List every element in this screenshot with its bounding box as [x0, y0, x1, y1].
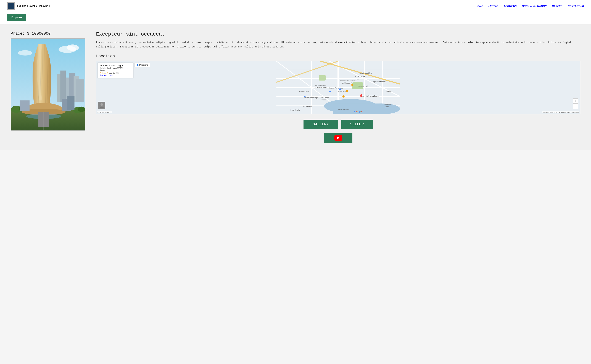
- svg-point-16: [78, 107, 85, 112]
- building-svg: [11, 39, 85, 130]
- svg-rect-5: [60, 71, 66, 102]
- svg-text:Kuramo Waters: Kuramo Waters: [338, 108, 349, 110]
- header: COMPANY NAME HOME LISTING ABOUT US BOOK …: [0, 0, 591, 12]
- map-place-name: Victoria Island, Lagos: [100, 64, 131, 67]
- logo-area: COMPANY NAME: [7, 2, 51, 10]
- svg-text:g: g: [359, 111, 360, 113]
- map-container: Okunola Park Lagos Continental Mega Plaz…: [96, 61, 580, 114]
- svg-rect-28: [20, 100, 30, 111]
- svg-text:Federal Palace: Federal Palace: [315, 84, 326, 86]
- property-image: [11, 38, 85, 131]
- explore-button[interactable]: Explore: [7, 14, 26, 21]
- svg-rect-9: [76, 79, 84, 102]
- seller-button[interactable]: SELLER: [341, 120, 373, 129]
- svg-text:Beach: Beach: [385, 106, 389, 108]
- svg-text:Farmcity Lekki loun: Farmcity Lekki loun: [359, 72, 372, 74]
- svg-text:Harbour Point: Harbour Point: [299, 91, 309, 92]
- svg-text:Iruce Shoalsz: Iruce Shoalsz: [291, 109, 300, 111]
- svg-rect-76: [339, 89, 341, 90]
- svg-point-2: [66, 45, 79, 51]
- map-attribution: Map data ©2024 Google Terms Report a map…: [542, 111, 579, 113]
- map-stars: ★★★★★: [100, 72, 108, 74]
- right-column: Excepteur sint occaecat Lorem ipsum dolo…: [96, 32, 580, 143]
- map-place-address: Victoria Island, Lagos 106104, Lagos, Ni…: [100, 67, 131, 71]
- map-keyboard-shortcuts: Keyboard shortcuts: [97, 111, 112, 113]
- nav: HOME LISTING ABOUT US BOOK A VALUATION C…: [476, 5, 584, 7]
- price-label: Price: $ 10000000: [11, 32, 85, 36]
- svg-text:Inupa Kekere: Inupa Kekere: [303, 106, 312, 107]
- svg-text:Okunola Park: Okunola Park: [358, 85, 368, 87]
- svg-text:e: e: [361, 111, 362, 113]
- svg-point-91: [100, 107, 104, 108]
- gallery-button[interactable]: GALLERY: [304, 120, 338, 129]
- svg-text:MARO: MARO: [386, 91, 391, 92]
- main-content: Price: $ 10000000: [0, 24, 591, 150]
- svg-text:Hotel, Lagos, Vi: Hotel, Lagos, Vi: [341, 82, 352, 84]
- action-buttons: GALLERY SELLER: [96, 120, 580, 129]
- svg-text:l: l: [360, 111, 361, 113]
- property-description: Lorem ipsum dolor sit amet, consectetur …: [96, 40, 580, 49]
- left-column: Price: $ 10000000: [11, 32, 85, 143]
- svg-rect-74: [329, 91, 331, 92]
- svg-point-3: [18, 50, 32, 56]
- svg-text:Radisson Blu Anchorage: Radisson Blu Anchorage: [340, 80, 357, 82]
- nav-career[interactable]: CAREER: [552, 5, 562, 7]
- map-background: Okunola Park Lagos Continental Mega Plaz…: [96, 61, 580, 114]
- svg-rect-75: [304, 96, 305, 97]
- svg-text:o: o: [357, 111, 358, 113]
- directions-arrow-icon: [136, 64, 139, 66]
- nav-contact-us[interactable]: CONTACT US: [568, 5, 584, 7]
- map-info-box: Victoria Island, Lagos Victoria Island, …: [98, 63, 133, 78]
- property-title: Excepteur sint occaecat: [96, 32, 580, 37]
- nav-about-us[interactable]: ABOUT US: [504, 5, 517, 7]
- svg-rect-47: [319, 75, 326, 80]
- company-name: COMPANY NAME: [17, 4, 51, 8]
- svg-text:Hotel and Casino: Hotel and Casino: [315, 87, 327, 88]
- map-zoom-out[interactable]: −: [573, 104, 578, 109]
- svg-text:Mega Plaza: Mega Plaza: [338, 91, 346, 92]
- map-reviews: 892 reviews: [109, 72, 119, 74]
- map-streetview-thumbnail[interactable]: [98, 102, 105, 109]
- svg-text:Five Cowrie: Five Cowrie: [321, 97, 329, 98]
- svg-text:Victoria Island Lagos: Victoria Island Lagos: [304, 97, 319, 98]
- map-zoom-in[interactable]: +: [573, 99, 578, 104]
- directions-label: Directions: [139, 64, 148, 66]
- nav-home[interactable]: HOME: [476, 5, 483, 7]
- svg-text:G: G: [354, 111, 355, 113]
- svg-text:Landmark: Landmark: [384, 104, 391, 106]
- youtube-row: [96, 133, 580, 143]
- svg-rect-29: [67, 96, 74, 110]
- svg-text:Lagos Continental: Lagos Continental: [372, 81, 386, 83]
- map-zoom-controls: + −: [573, 98, 578, 109]
- map-directions-button[interactable]: Directions: [134, 63, 150, 67]
- explore-strip: Explore: [0, 12, 591, 24]
- youtube-icon: [334, 135, 342, 141]
- youtube-button[interactable]: [324, 133, 352, 143]
- svg-text:Muri: Muri: [356, 79, 359, 80]
- logo-icon: [7, 2, 15, 10]
- location-label: Location: [96, 54, 580, 58]
- nav-listing[interactable]: LISTING: [488, 5, 498, 7]
- svg-text:Sparks Wiz Limited: Sparks Wiz Limited: [329, 87, 343, 89]
- svg-text:Creek: Creek: [321, 99, 326, 101]
- svg-point-90: [100, 103, 103, 106]
- nav-book-a-valuation[interactable]: BOOK A VALUATION: [522, 5, 546, 7]
- svg-text:W Bar Lounge: W Bar Lounge: [355, 76, 365, 77]
- svg-text:Victoria Island, Lagos: Victoria Island, Lagos: [361, 95, 379, 97]
- svg-text:o: o: [356, 111, 357, 113]
- map-view-larger[interactable]: View larger map: [100, 74, 113, 76]
